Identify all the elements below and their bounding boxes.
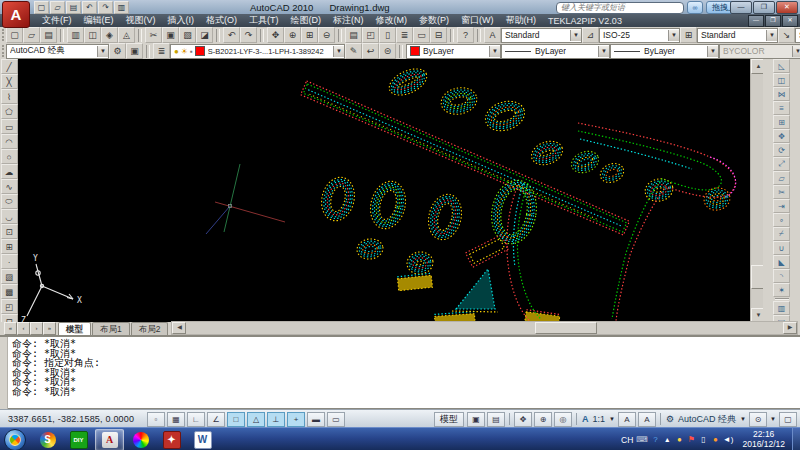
polyline-icon[interactable]: ⌇ [1,89,18,104]
chamfer-icon[interactable]: ◣ [773,255,790,269]
tab-prev-button[interactable]: ‹ [17,322,30,335]
taskbar-app-word[interactable]: W [188,429,217,450]
workspace-combo[interactable]: AutoCAD 经典▼ [6,44,109,59]
plugin-menu-label[interactable]: TEKLA2PIP V2.03 [542,16,628,26]
tray-expand-icon[interactable]: ▴ [663,435,672,445]
break-icon[interactable]: ⌿ [773,227,790,241]
zoom-window-icon[interactable]: ⊞ [301,27,318,43]
drawing-area[interactable]: YXZ [18,59,750,322]
scale-icon[interactable]: ⤢ [773,157,790,171]
doc-close-button[interactable]: ✕ [782,15,798,27]
layer-lock-icon[interactable]: ▪ [190,47,193,56]
region-icon[interactable]: ◰ [1,299,18,314]
menu-file[interactable]: 文件(F) [36,14,78,27]
pan-icon[interactable]: ✥ [267,27,284,43]
scroll-right-icon[interactable]: ▶ [783,322,797,334]
horizontal-scroll-thumb[interactable] [535,322,597,334]
taskbar-app-colorwheel[interactable] [126,429,155,450]
text-style-combo[interactable]: Standard▼ [501,28,582,43]
chevron-down-icon[interactable]: ▼ [598,46,609,57]
publish-icon[interactable]: ◈ [101,27,118,43]
model-space-button[interactable]: 模型 [434,412,464,427]
tab-next-button[interactable]: › [30,322,43,335]
menu-help[interactable]: 帮助(H) [500,14,543,27]
taskbar-app-autocad[interactable]: A [95,429,124,450]
doc-minimize-button[interactable]: — [748,15,764,27]
polygon-icon[interactable]: ⬠ [1,104,18,119]
tray-flag-icon[interactable]: ⚑ [687,435,696,445]
scroll-left-icon[interactable]: ◀ [172,322,186,334]
revision-cloud-icon[interactable]: ☁ [1,164,18,179]
chevron-down-icon[interactable]: ▼ [766,30,777,41]
plot-preview-icon[interactable]: ◫ [84,27,101,43]
offset-icon[interactable]: ≡ [773,101,790,115]
chevron-down-icon[interactable]: ▼ [740,416,746,422]
taskbar-clock[interactable]: 22:16 2016/12/12 [742,430,785,449]
quickcalc-icon[interactable]: ⊟ [430,27,447,43]
designcenter-icon[interactable]: ◰ [362,27,379,43]
cut-icon[interactable]: ✂ [145,27,162,43]
save-icon[interactable]: ▤ [40,27,57,43]
construction-line-icon[interactable]: ╳ [1,74,18,89]
qat-open-icon[interactable]: ▱ [50,1,65,14]
tray-device-icon[interactable]: ▯ [699,435,708,445]
table-style-combo[interactable]: Standard▼ [697,28,778,43]
mleader-style-combo[interactable]: Standard▼ [795,28,800,43]
create-block-icon[interactable]: ⊞ [1,239,18,254]
spline-icon[interactable]: ∿ [1,179,18,194]
color-combo[interactable]: ByLayer▼ [406,44,501,59]
3ddwf-icon[interactable]: ◬ [118,27,135,43]
tab-layout2[interactable]: 布局2 [131,322,169,335]
erase-icon[interactable]: ◺ [773,59,790,73]
ducs-toggle[interactable]: ⊥ [267,412,285,427]
ellipse-icon[interactable]: ⬭ [1,194,18,209]
start-button[interactable] [4,429,26,450]
plot-icon[interactable]: ▥ [67,27,84,43]
point-icon[interactable]: ∙ [1,254,18,269]
workspace-settings-icon[interactable]: ⚙ [109,43,126,59]
tray-keyboard-icon[interactable]: ⌨ [636,435,648,445]
menu-parametric[interactable]: 参数(P) [413,14,455,27]
copy-object-icon[interactable]: ◫ [773,73,790,87]
window-close-button[interactable]: ✕ [776,1,798,14]
lineweight-combo[interactable]: ByLayer▼ [610,44,719,59]
redo-icon[interactable]: ↷ [240,27,257,43]
workspace-gear-icon[interactable]: ⚙ [666,414,674,424]
table-style-icon[interactable]: ⊞ [680,27,697,43]
workspace-save-icon[interactable]: ▣ [126,43,143,59]
zoom-realtime-icon[interactable]: ⊕ [284,27,301,43]
language-indicator[interactable]: CH [621,435,633,445]
clean-screen-button[interactable]: ▢ [779,412,797,427]
arc-icon[interactable]: ◠ [1,134,18,149]
rectangle-icon[interactable]: ▭ [1,119,18,134]
qat-undo-icon[interactable]: ↶ [82,1,97,14]
annotation-visibility-icon[interactable]: A [618,412,636,427]
hatch-icon[interactable]: ▨ [1,269,18,284]
chevron-down-icon[interactable]: ▼ [707,46,718,57]
dim-style-combo[interactable]: ISO-25▼ [599,28,680,43]
bring-to-front-icon[interactable]: ▥ [773,301,790,315]
mleader-style-icon[interactable]: ↘ [778,27,795,43]
snap-toggle[interactable]: ▫ [147,412,165,427]
chevron-down-icon[interactable]: ▼ [570,30,581,41]
help-icon[interactable]: ? [457,27,474,43]
dyn-toggle[interactable]: + [287,412,305,427]
menu-format[interactable]: 格式(O) [200,14,243,27]
polar-toggle[interactable]: ∠ [207,412,225,427]
vertical-scrollbar[interactable]: ▲ ▼ [750,59,764,322]
array-icon[interactable]: ⊞ [773,115,790,129]
stretch-icon[interactable]: ▱ [773,171,790,185]
tray-help-icon[interactable]: ? [651,435,660,445]
markup-icon[interactable]: ▭ [413,27,430,43]
command-window-grip[interactable] [0,337,8,411]
ortho-toggle[interactable]: ∟ [187,412,205,427]
chevron-down-icon[interactable]: ▼ [609,416,615,422]
tab-last-button[interactable]: » [43,322,56,335]
menu-draw[interactable]: 绘图(D) [285,14,328,27]
break-point-icon[interactable]: ∘ [773,213,790,227]
extend-icon[interactable]: ⇥ [773,199,790,213]
qat-plot-icon[interactable]: ▥ [114,1,129,14]
tray-yellow-icon[interactable]: ● [675,435,684,445]
annotation-autoscale-icon[interactable]: A [638,412,656,427]
circle-icon[interactable]: ○ [1,149,18,164]
